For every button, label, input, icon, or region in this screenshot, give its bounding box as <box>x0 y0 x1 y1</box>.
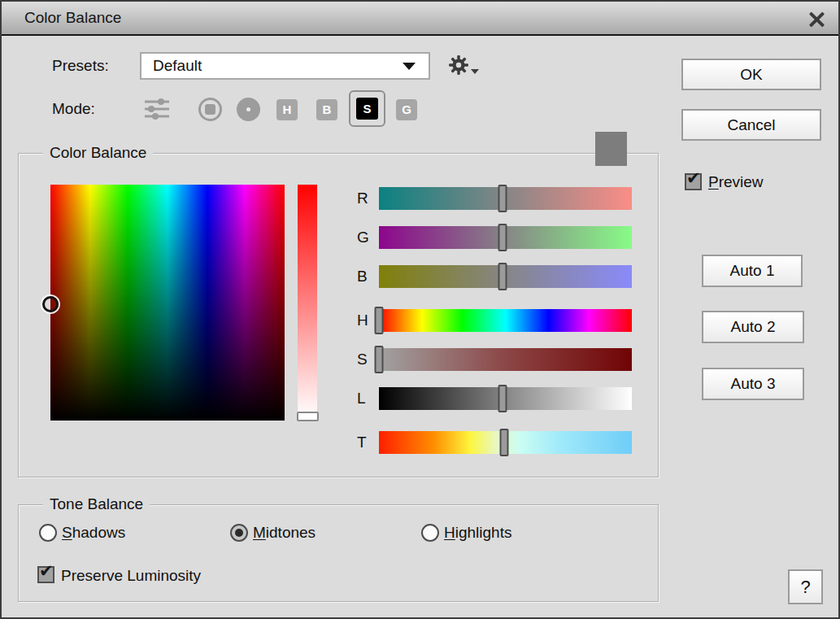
gear-icon <box>448 54 469 76</box>
slider-track-b[interactable] <box>379 265 632 288</box>
auto-2-button[interactable]: Auto 2 <box>702 311 804 343</box>
slider-track-r[interactable] <box>379 187 632 210</box>
mode-h-button[interactable]: H <box>276 99 298 120</box>
slider-handle-h[interactable] <box>375 307 384 334</box>
slider-track-g[interactable] <box>379 226 632 249</box>
chevron-down-icon <box>471 69 479 74</box>
mode-sliders-button[interactable] <box>142 97 172 123</box>
mode-s-button-selected[interactable]: S <box>349 90 385 127</box>
color-picker-shade-layer[interactable] <box>50 185 285 421</box>
shadows-radio[interactable] <box>39 524 57 542</box>
value-bar-handle[interactable] <box>297 412 319 421</box>
checkmark-icon: ✔ <box>39 561 54 581</box>
tone-balance-legend: Tone Balance <box>43 495 150 513</box>
ok-button[interactable]: OK <box>681 59 821 90</box>
midtones-label[interactable]: Midtones <box>253 524 316 542</box>
title-bar[interactable]: Color Balance <box>2 2 838 36</box>
slider-row-l: L <box>357 387 638 410</box>
current-color-swatch[interactable] <box>595 132 627 166</box>
slider-label-b: B <box>357 265 376 288</box>
slider-handle-g[interactable] <box>498 224 507 251</box>
shadows-label[interactable]: Shadows <box>62 524 125 542</box>
slider-track-l[interactable] <box>379 387 632 410</box>
slider-row-h: H <box>357 309 638 332</box>
preserve-luminosity-checkbox[interactable]: ✔ <box>37 566 54 583</box>
value-bar[interactable] <box>298 185 317 418</box>
slider-row-t: T <box>357 431 638 454</box>
color-balance-legend: Color Balance <box>43 144 153 162</box>
slider-label-t: T <box>357 431 376 454</box>
cancel-button[interactable]: Cancel <box>681 109 821 141</box>
slider-row-s: S <box>357 348 638 371</box>
highlights-radio[interactable] <box>421 524 439 542</box>
chevron-down-icon <box>403 63 416 70</box>
presets-label: Presets: <box>52 57 109 75</box>
dialog-title: Color Balance <box>24 2 121 34</box>
mode-b-button[interactable]: B <box>316 99 337 120</box>
sliders-icon <box>143 97 171 121</box>
slider-label-l: L <box>357 387 376 410</box>
midtones-radio[interactable] <box>230 524 248 542</box>
slider-handle-l[interactable] <box>498 385 507 412</box>
presets-selected-value: Default <box>153 54 202 78</box>
slider-handle-r[interactable] <box>498 185 507 212</box>
slider-track-t[interactable] <box>379 431 632 454</box>
slider-label-g: G <box>357 226 376 249</box>
preview-checkbox[interactable]: ✔ <box>685 173 702 190</box>
slider-track-s[interactable] <box>379 348 632 371</box>
slider-handle-s[interactable] <box>375 346 384 373</box>
slider-label-s: S <box>357 348 376 371</box>
mode-s-label: S <box>356 98 378 120</box>
presets-options-button[interactable] <box>448 53 481 77</box>
slider-track-h[interactable] <box>379 309 632 332</box>
slider-row-g: G <box>357 226 638 249</box>
mode-g-button[interactable]: G <box>396 99 417 120</box>
mode-dot-circle-button[interactable] <box>237 98 260 121</box>
highlights-label[interactable]: Highlights <box>444 524 511 542</box>
tone-balance-group: Tone Balance <box>18 504 659 602</box>
presets-dropdown[interactable]: Default <box>140 52 430 80</box>
slider-label-r: R <box>357 187 376 210</box>
checkmark-icon: ✔ <box>686 168 701 188</box>
preview-label[interactable]: Preview <box>708 173 764 191</box>
auto-1-button[interactable]: Auto 1 <box>702 255 803 287</box>
slider-label-h: H <box>357 309 376 332</box>
mode-ring-square-button[interactable] <box>198 98 222 121</box>
slider-handle-t[interactable] <box>499 429 508 456</box>
close-button[interactable] <box>804 7 829 32</box>
auto-3-button[interactable]: Auto 3 <box>702 368 804 400</box>
slider-row-r: R <box>357 187 638 210</box>
color-balance-dialog: Color Balance Presets: Default <box>0 0 840 619</box>
color-picker-handle[interactable] <box>42 296 59 312</box>
slider-row-b: B <box>357 265 638 288</box>
mode-label: Mode: <box>52 100 95 118</box>
preserve-luminosity-label[interactable]: Preserve Luminosity <box>61 567 201 585</box>
square-in-circle-icon <box>205 104 215 115</box>
help-button[interactable]: ? <box>788 569 823 604</box>
slider-handle-b[interactable] <box>498 263 507 290</box>
